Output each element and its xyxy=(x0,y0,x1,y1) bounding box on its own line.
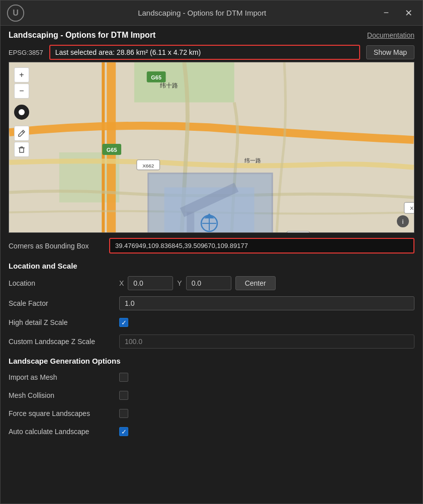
force-square-label: Force square Landscapes xyxy=(9,409,119,417)
header-bar: Landscaping - Options for DTM Import Doc… xyxy=(1,26,422,43)
trash-icon xyxy=(18,145,26,153)
import-as-mesh-label: Import as Mesh xyxy=(9,373,119,381)
corners-label: Corners as Bounding Box xyxy=(9,242,109,250)
svg-text:G65: G65 xyxy=(151,74,161,80)
auto-calculate-row: Auto calculate Landscape ✓ xyxy=(1,423,422,441)
custom-landscape-z-scale-input xyxy=(119,334,414,349)
high-detail-z-scale-row: High detail Z Scale ✓ xyxy=(1,313,422,331)
center-button[interactable]: Center xyxy=(235,276,276,290)
location-scale-title: Location and Scale xyxy=(1,257,422,273)
location-row: Location X Y Center xyxy=(1,273,422,293)
title-bar: U Landscaping - Options for DTM Import −… xyxy=(1,1,422,26)
svg-line-31 xyxy=(22,131,24,133)
show-map-button[interactable]: Show Map xyxy=(366,45,414,59)
location-y-input[interactable] xyxy=(186,276,231,290)
location-label: Location xyxy=(9,279,119,287)
import-as-mesh-row: Import as Mesh xyxy=(1,368,422,386)
auto-calculate-checkbox[interactable]: ✓ xyxy=(119,427,128,436)
zoom-out-button[interactable]: − xyxy=(14,83,29,99)
auto-calculate-label: Auto calculate Landscape xyxy=(9,428,119,436)
mesh-collision-checkbox[interactable] xyxy=(119,391,128,400)
svg-rect-19 xyxy=(287,231,310,232)
import-as-mesh-controls xyxy=(119,373,414,382)
auto-calculate-checkmark-icon: ✓ xyxy=(121,429,127,435)
custom-landscape-z-scale-label: Custom Landscape Z Scale xyxy=(9,338,119,346)
corners-input[interactable] xyxy=(109,238,414,254)
corners-section: Corners as Bounding Box xyxy=(1,233,422,257)
svg-text:X: X xyxy=(410,205,413,211)
close-button[interactable]: ✕ xyxy=(401,6,416,21)
map-toolbar: EPSG:3857 Last selected area: 28.86 km² … xyxy=(1,43,422,62)
scale-factor-row: Scale Factor xyxy=(1,293,422,313)
scale-factor-input[interactable] xyxy=(119,296,414,310)
checkmark-icon: ✓ xyxy=(121,319,127,326)
page-title: Landscaping - Options for DTM Import xyxy=(9,31,155,40)
bottom-spacer xyxy=(1,441,422,456)
main-window: U Landscaping - Options for DTM Import −… xyxy=(0,0,423,504)
location-x-input[interactable] xyxy=(128,276,173,290)
svg-text:X662: X662 xyxy=(142,163,154,169)
epsg-label: EPSG:3857 xyxy=(9,49,43,56)
window-title: Landscaping - Options for DTM Import xyxy=(25,9,379,17)
svg-text:纬十路: 纬十路 xyxy=(160,82,178,89)
import-as-mesh-checkbox[interactable] xyxy=(119,373,128,382)
location-controls: X Y Center xyxy=(119,276,414,290)
high-detail-z-scale-checkbox[interactable]: ✓ xyxy=(119,318,128,327)
auto-calculate-controls: ✓ xyxy=(119,427,414,436)
mesh-collision-label: Mesh Collision xyxy=(9,391,119,399)
window-controls: − ✕ xyxy=(379,6,416,21)
content-area: Landscaping - Options for DTM Import Doc… xyxy=(1,26,422,503)
force-square-controls xyxy=(119,409,414,418)
svg-rect-11 xyxy=(187,212,194,232)
selected-area-text: Last selected area: 28.86 km² (6.11 x 4.… xyxy=(55,48,201,56)
svg-text:G65: G65 xyxy=(107,147,117,153)
edit-icon xyxy=(18,129,26,137)
force-square-checkbox[interactable] xyxy=(119,409,128,418)
x-label: X xyxy=(119,279,124,287)
svg-text:纬一路: 纬一路 xyxy=(244,157,261,163)
svg-rect-32 xyxy=(20,148,24,152)
corners-row: Corners as Bounding Box xyxy=(9,233,414,257)
documentation-link[interactable]: Documentation xyxy=(367,31,414,39)
ue-logo: U xyxy=(7,4,25,22)
map-controls: + − xyxy=(14,67,29,157)
minimize-button[interactable]: − xyxy=(379,6,393,21)
force-square-row: Force square Landscapes xyxy=(1,404,422,423)
map-info-button[interactable]: i xyxy=(397,215,409,227)
y-label: Y xyxy=(177,279,182,287)
zoom-in-button[interactable]: + xyxy=(14,67,29,82)
high-detail-z-scale-controls: ✓ xyxy=(119,318,414,327)
map-container[interactable]: G65 G65 X662 X662 纬十路 包茂高速 纬一路 xyxy=(9,62,414,233)
delete-control[interactable] xyxy=(14,142,29,157)
location-marker-inner xyxy=(19,109,25,115)
custom-landscape-z-scale-controls xyxy=(119,334,414,349)
custom-landscape-z-scale-row: Custom Landscape Z Scale xyxy=(1,331,422,352)
scale-factor-label: Scale Factor xyxy=(9,299,119,307)
info-icon: i xyxy=(402,218,404,225)
scale-factor-controls xyxy=(119,296,414,310)
selected-area-box: Last selected area: 28.86 km² (6.11 x 4.… xyxy=(49,45,360,60)
mesh-collision-row: Mesh Collision xyxy=(1,386,422,404)
edit-control[interactable] xyxy=(14,126,29,141)
high-detail-z-scale-label: High detail Z Scale xyxy=(9,318,119,326)
map-svg: G65 G65 X662 X662 纬十路 包茂高速 纬一路 xyxy=(9,62,414,232)
landscape-gen-title: Landscape Generation Options xyxy=(1,352,422,368)
mesh-collision-controls xyxy=(119,391,414,400)
location-marker-control[interactable] xyxy=(14,105,29,120)
svg-text:U: U xyxy=(13,8,19,17)
